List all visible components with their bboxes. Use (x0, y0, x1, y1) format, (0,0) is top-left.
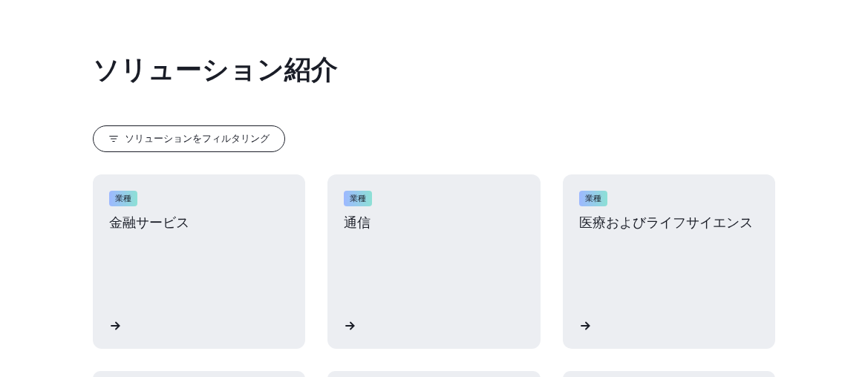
filter-button-label: ソリューションをフィルタリング (125, 132, 270, 145)
arrow-right-icon (109, 319, 289, 332)
cards-grid: 業種 金融サービス 業種 通信 業種 医療およびライフサイエンス (93, 174, 775, 349)
partial-card (93, 371, 305, 377)
category-badge: 業種 (344, 191, 372, 206)
card-title: 通信 (344, 214, 523, 232)
partial-card (327, 371, 540, 377)
card-title: 金融サービス (109, 214, 289, 232)
page-title: ソリューション紹介 (93, 52, 775, 88)
filter-button[interactable]: ソリューションをフィルタリング (93, 125, 285, 152)
partial-row (93, 371, 775, 377)
arrow-right-icon (579, 319, 759, 332)
arrow-right-icon (344, 319, 523, 332)
card-healthcare-life-sciences[interactable]: 業種 医療およびライフサイエンス (563, 174, 775, 349)
filter-icon (108, 134, 119, 144)
category-badge: 業種 (579, 191, 607, 206)
category-badge: 業種 (109, 191, 137, 206)
partial-card (563, 371, 775, 377)
card-title: 医療およびライフサイエンス (579, 214, 759, 232)
card-communications[interactable]: 業種 通信 (327, 174, 540, 349)
card-financial-services[interactable]: 業種 金融サービス (93, 174, 305, 349)
